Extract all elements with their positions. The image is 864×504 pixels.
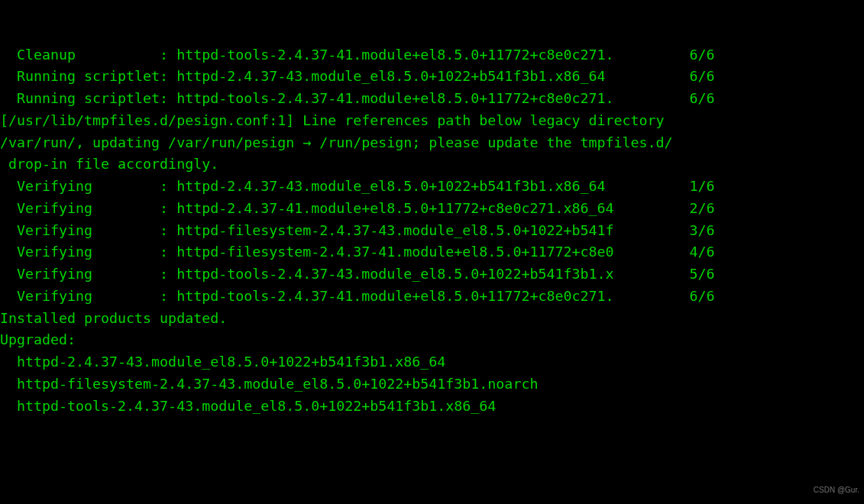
blank-line: [0, 461, 864, 483]
transaction-line: Running scriptlet: httpd-tools-2.4.37-41…: [0, 88, 864, 110]
transaction-line: Running scriptlet: httpd-2.4.37-43.modul…: [0, 66, 864, 88]
verifying-line: Verifying : httpd-filesystem-2.4.37-41.m…: [0, 241, 864, 263]
upgraded-package: httpd-tools-2.4.37-43.module_el8.5.0+102…: [0, 396, 864, 418]
upgraded-package: httpd-2.4.37-43.module_el8.5.0+1022+b541…: [0, 351, 864, 373]
terminal-output[interactable]: Cleanup : httpd-tools-2.4.37-41.module+e…: [0, 0, 864, 504]
verifying-line: Verifying : httpd-filesystem-2.4.37-43.m…: [0, 220, 864, 242]
verifying-line: Verifying : httpd-tools-2.4.37-41.module…: [0, 286, 864, 308]
verifying-line: Verifying : httpd-2.4.37-41.module+el8.5…: [0, 198, 864, 220]
verifying-line: Verifying : httpd-2.4.37-43.module_el8.5…: [0, 176, 864, 198]
watermark: CSDN @Gur.: [814, 480, 859, 502]
upgraded-package: httpd-filesystem-2.4.37-43.module_el8.5.…: [0, 373, 864, 396]
verifying-line: Verifying : httpd-tools-2.4.37-43.module…: [0, 263, 864, 286]
tmpfiles-notice-line: /var/run/, updating /var/run/pesign → /r…: [0, 132, 864, 154]
tmpfiles-notice-line: drop-in file accordingly.: [0, 153, 864, 176]
upgraded-header: Upgraded:: [0, 329, 864, 351]
status-line: Installed products updated.: [0, 308, 864, 330]
tmpfiles-notice-line: [/usr/lib/tmpfiles.d/pesign.conf:1] Line…: [0, 110, 864, 132]
transaction-line: Cleanup : httpd-tools-2.4.37-41.module+e…: [0, 44, 864, 66]
